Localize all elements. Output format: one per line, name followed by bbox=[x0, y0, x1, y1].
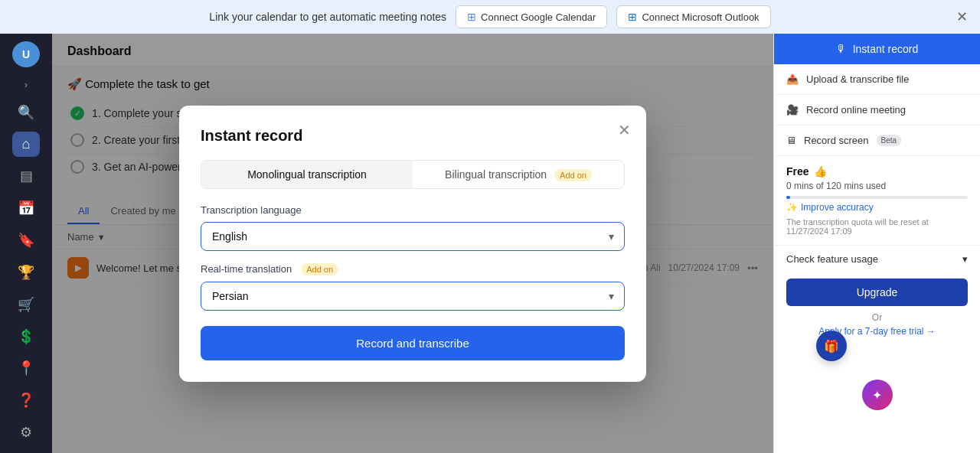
tab-bilingual[interactable]: Bilingual transcription Add on bbox=[413, 161, 624, 188]
location-icon[interactable]: 📍 bbox=[12, 356, 40, 382]
instant-record-label: Instant record bbox=[853, 43, 919, 55]
connect-microsoft-btn[interactable]: ⊞ Connect Microsoft Outlook bbox=[616, 5, 770, 28]
top-banner: Link your calendar to get automatic meet… bbox=[0, 0, 980, 34]
home-icon[interactable]: ⌂ bbox=[12, 132, 40, 158]
upgrade-btn[interactable]: Upgrade bbox=[786, 279, 968, 306]
online-meeting-label: Record online meeting bbox=[806, 104, 906, 116]
settings-icon[interactable]: ⚙ bbox=[12, 419, 40, 445]
usage-fill bbox=[786, 196, 790, 199]
mic-icon: 🎙 bbox=[836, 43, 847, 55]
beta-badge: Beta bbox=[877, 135, 902, 146]
gift-btn[interactable]: 🎁 bbox=[816, 331, 847, 361]
modal-overlay[interactable]: Instant record ✕ Monolingual transcripti… bbox=[52, 34, 773, 453]
instant-record-modal: Instant record ✕ Monolingual transcripti… bbox=[179, 106, 646, 382]
trophy-icon[interactable]: 🏆 bbox=[12, 259, 40, 285]
translation-addon-badge: Add on bbox=[301, 263, 338, 275]
improve-accuracy-btn[interactable]: ✨ Improve accuracy bbox=[786, 202, 968, 213]
check-feature-label: Check feature usage bbox=[786, 253, 878, 265]
transcription-language-label: Transcription language bbox=[201, 204, 625, 216]
banner-text: Link your calendar to get automatic meet… bbox=[209, 11, 446, 23]
banner-close-btn[interactable]: ✕ bbox=[956, 8, 968, 25]
upgrade-label: Upgrade bbox=[857, 286, 898, 298]
cart-icon[interactable]: 🛒 bbox=[12, 292, 40, 318]
translation-language-wrapper: Persian English Spanish French German Ch… bbox=[201, 282, 625, 311]
record-screen-label: Record screen bbox=[804, 135, 869, 146]
main-layout: U › 🔍 ⌂ ▤ 📅 🔖 🏆 🛒 💲 📍 ❓ ⚙ Dashboard 🚀 Co… bbox=[0, 34, 980, 453]
microsoft-icon: ⊞ bbox=[628, 11, 637, 23]
right-panel: 🎙 Instant record 📤 Upload & transcribe f… bbox=[773, 34, 980, 453]
ai-float-btn[interactable]: ✦ bbox=[862, 380, 893, 410]
dollar-icon[interactable]: 💲 bbox=[12, 324, 40, 350]
record-screen-item[interactable]: 🖥 Record screen Beta bbox=[774, 125, 980, 156]
connect-google-btn[interactable]: ⊞ Connect Google Calendar bbox=[456, 5, 607, 28]
transcription-tabs: Monolingual transcription Bilingual tran… bbox=[201, 160, 625, 189]
modal-title: Instant record bbox=[201, 127, 625, 145]
calendar-icon[interactable]: 📅 bbox=[12, 195, 40, 221]
tab-monolingual[interactable]: Monolingual transcription bbox=[201, 161, 413, 188]
avatar-letter: U bbox=[22, 48, 30, 60]
sidebar-expand-btn[interactable]: › bbox=[21, 77, 31, 93]
instant-record-btn[interactable]: 🎙 Instant record bbox=[774, 34, 980, 64]
translation-language-select[interactable]: Persian English Spanish French German Ch… bbox=[201, 282, 625, 311]
meeting-icon: 🎥 bbox=[786, 104, 799, 116]
check-feature-usage[interactable]: Check feature usage ▾ bbox=[774, 245, 980, 272]
content-area: Dashboard 🚀 Complete the task to get ✓ 1… bbox=[52, 34, 773, 453]
or-divider: Or bbox=[774, 312, 980, 323]
microsoft-btn-label: Connect Microsoft Outlook bbox=[642, 11, 759, 23]
improve-label: Improve accuracy bbox=[801, 202, 874, 213]
modal-close-btn[interactable]: ✕ bbox=[618, 121, 631, 139]
search-icon[interactable]: 🔍 bbox=[12, 99, 40, 125]
thumbs-up-icon: 👍 bbox=[814, 165, 827, 178]
real-time-translation-label: Real-time translation Add on bbox=[201, 263, 625, 275]
sparkle-icon: ✨ bbox=[786, 202, 798, 213]
quota-text: The transcription quota will be reset at… bbox=[786, 217, 968, 236]
upload-icon: 📤 bbox=[786, 73, 799, 85]
upload-label: Upload & transcribe file bbox=[806, 73, 909, 85]
monolingual-label: Monolingual transcription bbox=[247, 168, 367, 181]
screen-icon: 🖥 bbox=[786, 135, 796, 146]
bilingual-label: Bilingual transcription bbox=[445, 168, 547, 181]
google-icon: ⊞ bbox=[467, 11, 476, 23]
free-title: Free 👍 bbox=[786, 165, 968, 178]
avatar: U bbox=[12, 41, 40, 67]
record-and-transcribe-btn[interactable]: Record and transcribe bbox=[201, 326, 625, 360]
record-online-meeting-item[interactable]: 🎥 Record online meeting bbox=[774, 95, 980, 125]
bookmark-icon[interactable]: 🔖 bbox=[12, 227, 40, 253]
usage-text: 0 mins of 120 mins used bbox=[786, 181, 968, 191]
transcription-language-select[interactable]: English Spanish French German Chinese Ja… bbox=[201, 222, 625, 251]
files-icon[interactable]: ▤ bbox=[12, 163, 40, 189]
record-btn-label: Record and transcribe bbox=[356, 337, 469, 350]
bilingual-addon-badge: Add on bbox=[554, 169, 592, 181]
google-btn-label: Connect Google Calendar bbox=[481, 11, 596, 23]
upload-transcribe-item[interactable]: 📤 Upload & transcribe file bbox=[774, 64, 980, 95]
apply-trial-link[interactable]: Apply for a 7-day free trial → bbox=[774, 326, 980, 343]
chevron-down-icon: ▾ bbox=[962, 253, 968, 265]
help-icon[interactable]: ❓ bbox=[12, 387, 40, 413]
usage-bar bbox=[786, 196, 968, 199]
transcription-language-wrapper: English Spanish French German Chinese Ja… bbox=[201, 222, 625, 251]
free-section: Free 👍 0 mins of 120 mins used ✨ Improve… bbox=[774, 156, 980, 245]
sidebar: U › 🔍 ⌂ ▤ 📅 🔖 🏆 🛒 💲 📍 ❓ ⚙ bbox=[0, 34, 52, 453]
